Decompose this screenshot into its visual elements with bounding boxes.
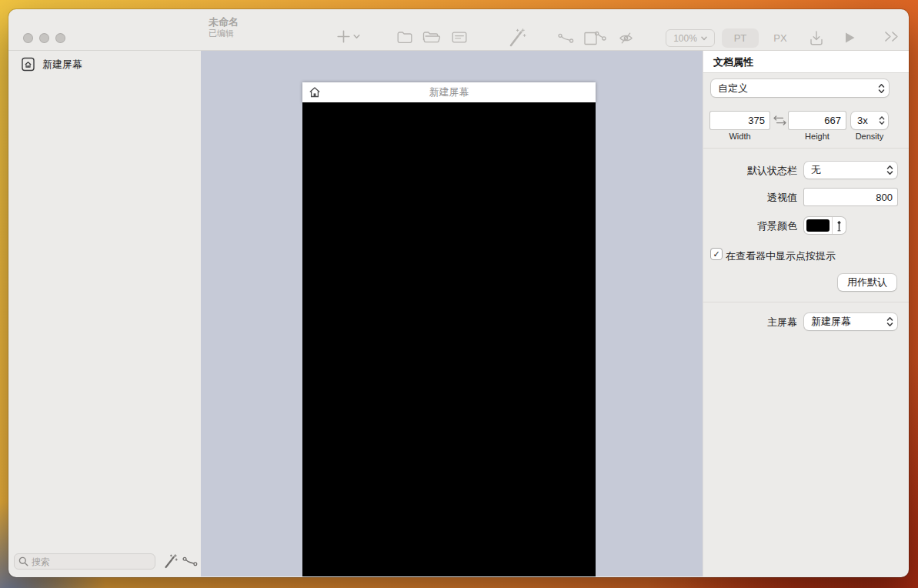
screens-sidebar: 新建屏幕: [8, 51, 201, 576]
main-screen-dropdown[interactable]: 新建屏幕: [804, 313, 897, 330]
zoom-level-value: 100%: [673, 33, 697, 44]
close-window-button[interactable]: [23, 33, 33, 43]
density-label: Density: [848, 132, 891, 141]
updown-chevrons-icon: [886, 316, 893, 327]
perspective-label: 透视值: [767, 191, 797, 205]
design-canvas[interactable]: 新建屏幕: [201, 51, 703, 576]
updown-chevrons-icon: [879, 115, 885, 125]
main-screen-value: 新建屏幕: [811, 315, 851, 329]
folder-contents-icon[interactable]: [452, 31, 467, 44]
folder-open-icon[interactable]: [422, 31, 442, 44]
use-as-default-button[interactable]: 用作默认: [838, 274, 896, 291]
units-pt-button[interactable]: PT: [722, 28, 759, 48]
search-field[interactable]: [14, 553, 155, 570]
screen-icon: [21, 57, 35, 72]
search-input[interactable]: [32, 556, 145, 567]
color-swatch[interactable]: [806, 219, 830, 232]
document-edited-status: 已编辑: [209, 29, 239, 38]
sidebar-footer: [8, 553, 201, 570]
width-label: Width: [710, 132, 769, 141]
divider: [703, 148, 909, 149]
chevron-down-icon: [701, 36, 707, 41]
folder-tools: [397, 31, 467, 44]
main-screen-label: 主屏幕: [767, 316, 797, 329]
document-title-block: 未命名 已编辑: [209, 17, 239, 38]
export-icon[interactable]: [809, 30, 824, 46]
zoom-window-button[interactable]: [55, 33, 65, 43]
artboard[interactable]: 新建屏幕: [302, 82, 596, 576]
divider: [703, 302, 909, 302]
chevron-down-icon: [353, 34, 360, 39]
toolbar: 未命名 已编辑: [8, 9, 909, 51]
toolbar-overflow-icon[interactable]: [883, 31, 900, 42]
background-color-label: 背景颜色: [757, 219, 797, 233]
tap-hint-label: 在查看器中显示点按提示: [726, 249, 836, 263]
eyedropper-icon[interactable]: [833, 220, 846, 232]
artboard-header[interactable]: 新建屏幕: [302, 82, 596, 102]
sidebar-item-screen[interactable]: 新建屏幕: [21, 57, 82, 72]
sidebar-item-label: 新建屏幕: [42, 58, 82, 72]
document-title: 未命名: [209, 17, 239, 27]
units-px-button[interactable]: PX: [769, 28, 792, 48]
folder-icon[interactable]: [397, 31, 412, 44]
updown-chevrons-icon: [878, 83, 885, 94]
density-dropdown[interactable]: 3x: [851, 112, 888, 129]
preset-value: 自定义: [718, 82, 748, 95]
home-screen-icon: [309, 86, 321, 99]
perspective-input[interactable]: [804, 189, 897, 205]
auto-animate-wand-icon[interactable]: [163, 553, 178, 569]
statusbar-value: 无: [811, 163, 821, 177]
statusbar-dropdown[interactable]: 无: [804, 162, 897, 179]
app-window: 未命名 已编辑: [8, 9, 909, 577]
inspector-title: 文档属性: [703, 51, 909, 73]
search-icon: [18, 556, 28, 566]
artboard-body[interactable]: [302, 102, 596, 576]
add-screen-button[interactable]: [337, 30, 360, 43]
height-label: Height: [789, 132, 846, 141]
background-color-well[interactable]: [804, 217, 846, 234]
connection-icon[interactable]: [558, 33, 574, 43]
density-value: 3x: [857, 115, 868, 126]
magic-wand-icon[interactable]: [506, 27, 526, 48]
hide-tap-hints-icon[interactable]: [619, 32, 633, 45]
preset-dropdown[interactable]: 自定义: [711, 79, 889, 97]
height-input[interactable]: [789, 112, 846, 129]
artboard-title: 新建屏幕: [302, 82, 596, 102]
checkmark-icon: ✓: [713, 250, 719, 259]
inspector-panel: 文档属性 自定义 3x: [703, 51, 909, 576]
minimize-window-button[interactable]: [39, 33, 49, 43]
tap-hint-checkbox[interactable]: ✓: [711, 249, 722, 259]
updown-chevrons-icon: [886, 165, 893, 175]
layer-connection-icon[interactable]: [584, 30, 606, 46]
connection-mode-icon[interactable]: [182, 556, 198, 566]
traffic-lights: [23, 33, 65, 43]
swap-dimensions-icon[interactable]: [773, 115, 787, 125]
plus-icon: [337, 30, 350, 43]
statusbar-label: 默认状态栏: [747, 164, 797, 178]
zoom-level-dropdown[interactable]: 100%: [666, 29, 715, 47]
preview-play-icon[interactable]: [844, 32, 856, 44]
width-input[interactable]: [710, 112, 769, 129]
